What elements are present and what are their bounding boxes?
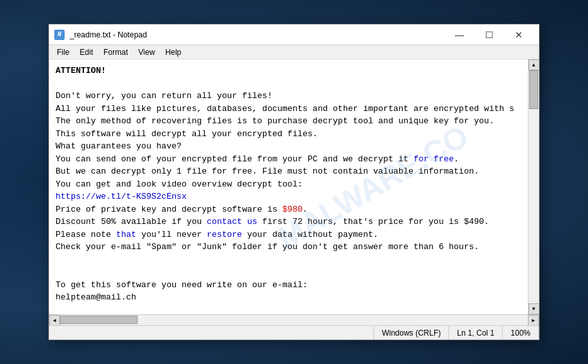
menu-view[interactable]: View: [133, 46, 160, 58]
status-empty: [49, 326, 374, 339]
notepad-window: N _readme.txt - Notepad — ☐ ✕ File Edit …: [48, 24, 540, 340]
scroll-down-button[interactable]: ▼: [529, 303, 540, 314]
menu-edit[interactable]: Edit: [74, 46, 98, 58]
menu-file[interactable]: File: [52, 46, 74, 58]
status-zoom: 100%: [503, 326, 539, 339]
window-title: _readme.txt - Notepad: [70, 30, 445, 39]
close-button[interactable]: ✕: [504, 25, 534, 45]
app-icon: N: [54, 30, 65, 40]
hscroll-thumb[interactable]: [60, 316, 138, 324]
menu-format[interactable]: Format: [98, 46, 133, 58]
scroll-thumb[interactable]: [529, 70, 538, 109]
menu-help[interactable]: Help: [160, 46, 187, 58]
text-editor[interactable]: ATTENTION! Don't worry, you can return a…: [49, 59, 528, 314]
menu-bar: File Edit Format View Help: [49, 45, 539, 59]
status-line-ending: Windows (CRLF): [374, 326, 449, 339]
status-position: Ln 1, Col 1: [449, 326, 503, 339]
minimize-button[interactable]: —: [445, 25, 474, 45]
scroll-track[interactable]: [529, 70, 539, 303]
window-controls: — ☐ ✕: [445, 25, 534, 45]
status-bar: Windows (CRLF) Ln 1, Col 1 100%: [49, 325, 539, 339]
hscroll-track[interactable]: [60, 315, 528, 325]
maximize-button[interactable]: ☐: [474, 25, 504, 45]
title-bar: N _readme.txt - Notepad — ☐ ✕: [49, 25, 539, 45]
content-wrapper: ATTENTION! Don't worry, you can return a…: [49, 59, 539, 314]
horizontal-scrollbar[interactable]: ◄ ►: [49, 314, 539, 325]
scroll-right-button[interactable]: ►: [528, 315, 539, 326]
vertical-scrollbar[interactable]: ▲ ▼: [528, 59, 539, 314]
scroll-up-button[interactable]: ▲: [529, 59, 540, 70]
scroll-left-button[interactable]: ◄: [49, 315, 60, 326]
